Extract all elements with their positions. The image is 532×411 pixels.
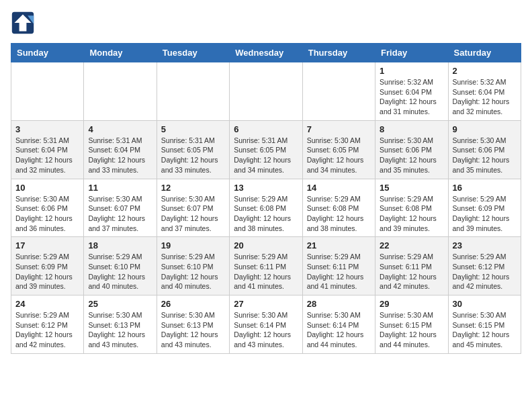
weekday-header-saturday: Saturday xyxy=(448,44,521,62)
day-info: Sunrise: 5:30 AM Sunset: 6:14 PM Dayligh… xyxy=(234,310,298,350)
day-cell: 4Sunrise: 5:31 AM Sunset: 6:04 PM Daylig… xyxy=(84,120,157,179)
day-cell: 10Sunrise: 5:30 AM Sunset: 6:06 PM Dayli… xyxy=(11,179,84,237)
day-number: 13 xyxy=(234,183,298,193)
day-number: 14 xyxy=(307,183,371,193)
day-number: 7 xyxy=(307,124,371,134)
weekday-header-sunday: Sunday xyxy=(11,44,84,62)
day-cell: 24Sunrise: 5:29 AM Sunset: 6:12 PM Dayli… xyxy=(11,295,84,354)
day-number: 20 xyxy=(234,240,298,250)
day-cell: 12Sunrise: 5:30 AM Sunset: 6:07 PM Dayli… xyxy=(157,179,229,237)
logo-icon xyxy=(11,11,35,35)
day-cell: 18Sunrise: 5:29 AM Sunset: 6:10 PM Dayli… xyxy=(84,237,157,295)
day-cell: 26Sunrise: 5:30 AM Sunset: 6:13 PM Dayli… xyxy=(157,295,229,354)
day-cell: 17Sunrise: 5:29 AM Sunset: 6:09 PM Dayli… xyxy=(11,237,84,295)
day-number: 10 xyxy=(15,183,79,193)
day-number: 12 xyxy=(161,183,225,193)
day-cell: 6Sunrise: 5:31 AM Sunset: 6:05 PM Daylig… xyxy=(230,120,302,179)
day-info: Sunrise: 5:30 AM Sunset: 6:06 PM Dayligh… xyxy=(453,136,517,175)
day-cell: 11Sunrise: 5:30 AM Sunset: 6:07 PM Dayli… xyxy=(84,179,157,237)
day-number: 6 xyxy=(234,124,298,134)
day-number: 17 xyxy=(15,240,79,250)
day-info: Sunrise: 5:30 AM Sunset: 6:15 PM Dayligh… xyxy=(453,310,517,350)
day-number: 24 xyxy=(15,299,79,309)
weekday-header-friday: Friday xyxy=(375,44,448,62)
day-number: 16 xyxy=(453,183,517,193)
day-info: Sunrise: 5:30 AM Sunset: 6:14 PM Dayligh… xyxy=(307,310,371,350)
day-cell xyxy=(157,62,229,121)
day-number: 3 xyxy=(15,124,79,134)
week-row-2: 3Sunrise: 5:31 AM Sunset: 6:04 PM Daylig… xyxy=(11,120,521,179)
header xyxy=(11,11,521,35)
day-cell: 19Sunrise: 5:29 AM Sunset: 6:10 PM Dayli… xyxy=(157,237,229,295)
day-number: 22 xyxy=(380,240,443,250)
day-cell: 22Sunrise: 5:29 AM Sunset: 6:11 PM Dayli… xyxy=(375,237,448,295)
day-number: 8 xyxy=(380,124,443,134)
day-info: Sunrise: 5:29 AM Sunset: 6:10 PM Dayligh… xyxy=(161,252,225,291)
day-info: Sunrise: 5:30 AM Sunset: 6:15 PM Dayligh… xyxy=(380,310,443,350)
day-cell: 16Sunrise: 5:29 AM Sunset: 6:09 PM Dayli… xyxy=(448,179,521,237)
week-row-1: 1Sunrise: 5:32 AM Sunset: 6:04 PM Daylig… xyxy=(11,62,521,121)
day-cell: 5Sunrise: 5:31 AM Sunset: 6:05 PM Daylig… xyxy=(157,120,229,179)
day-number: 29 xyxy=(380,299,443,309)
day-info: Sunrise: 5:30 AM Sunset: 6:13 PM Dayligh… xyxy=(88,310,152,350)
day-info: Sunrise: 5:32 AM Sunset: 6:04 PM Dayligh… xyxy=(453,77,517,117)
day-info: Sunrise: 5:30 AM Sunset: 6:06 PM Dayligh… xyxy=(380,136,443,175)
day-info: Sunrise: 5:30 AM Sunset: 6:13 PM Dayligh… xyxy=(161,310,225,350)
day-cell: 14Sunrise: 5:29 AM Sunset: 6:08 PM Dayli… xyxy=(302,179,375,237)
day-info: Sunrise: 5:29 AM Sunset: 6:11 PM Dayligh… xyxy=(380,252,443,291)
day-info: Sunrise: 5:31 AM Sunset: 6:05 PM Dayligh… xyxy=(234,136,298,175)
day-info: Sunrise: 5:30 AM Sunset: 6:05 PM Dayligh… xyxy=(307,136,371,175)
week-row-4: 17Sunrise: 5:29 AM Sunset: 6:09 PM Dayli… xyxy=(11,237,521,295)
day-cell xyxy=(230,62,302,121)
day-number: 26 xyxy=(161,299,225,309)
day-cell: 15Sunrise: 5:29 AM Sunset: 6:08 PM Dayli… xyxy=(375,179,448,237)
day-cell xyxy=(302,62,375,121)
day-cell: 29Sunrise: 5:30 AM Sunset: 6:15 PM Dayli… xyxy=(375,295,448,354)
day-info: Sunrise: 5:30 AM Sunset: 6:06 PM Dayligh… xyxy=(15,194,79,234)
day-number: 28 xyxy=(307,299,371,309)
day-number: 9 xyxy=(453,124,517,134)
day-info: Sunrise: 5:29 AM Sunset: 6:09 PM Dayligh… xyxy=(453,194,517,234)
day-info: Sunrise: 5:30 AM Sunset: 6:07 PM Dayligh… xyxy=(161,194,225,234)
day-info: Sunrise: 5:32 AM Sunset: 6:04 PM Dayligh… xyxy=(380,77,443,117)
day-cell: 27Sunrise: 5:30 AM Sunset: 6:14 PM Dayli… xyxy=(230,295,302,354)
day-cell: 3Sunrise: 5:31 AM Sunset: 6:04 PM Daylig… xyxy=(11,120,84,179)
day-number: 25 xyxy=(88,299,152,309)
day-info: Sunrise: 5:29 AM Sunset: 6:08 PM Dayligh… xyxy=(380,194,443,234)
weekday-header-wednesday: Wednesday xyxy=(230,44,302,62)
day-cell: 9Sunrise: 5:30 AM Sunset: 6:06 PM Daylig… xyxy=(448,120,521,179)
logo xyxy=(11,11,39,35)
day-cell: 20Sunrise: 5:29 AM Sunset: 6:11 PM Dayli… xyxy=(230,237,302,295)
weekday-header-monday: Monday xyxy=(84,44,157,62)
day-cell: 25Sunrise: 5:30 AM Sunset: 6:13 PM Dayli… xyxy=(84,295,157,354)
day-number: 27 xyxy=(234,299,298,309)
day-cell: 30Sunrise: 5:30 AM Sunset: 6:15 PM Dayli… xyxy=(448,295,521,354)
day-cell: 8Sunrise: 5:30 AM Sunset: 6:06 PM Daylig… xyxy=(375,120,448,179)
day-info: Sunrise: 5:30 AM Sunset: 6:07 PM Dayligh… xyxy=(88,194,152,234)
day-info: Sunrise: 5:29 AM Sunset: 6:11 PM Dayligh… xyxy=(234,252,298,291)
day-cell: 7Sunrise: 5:30 AM Sunset: 6:05 PM Daylig… xyxy=(302,120,375,179)
day-info: Sunrise: 5:29 AM Sunset: 6:11 PM Dayligh… xyxy=(307,252,371,291)
day-info: Sunrise: 5:31 AM Sunset: 6:05 PM Dayligh… xyxy=(161,136,225,175)
day-info: Sunrise: 5:31 AM Sunset: 6:04 PM Dayligh… xyxy=(15,136,79,175)
weekday-header-row: SundayMondayTuesdayWednesdayThursdayFrid… xyxy=(11,44,521,62)
day-number: 2 xyxy=(453,66,517,76)
calendar-table: SundayMondayTuesdayWednesdayThursdayFrid… xyxy=(11,43,521,354)
day-number: 1 xyxy=(380,66,443,76)
day-info: Sunrise: 5:29 AM Sunset: 6:12 PM Dayligh… xyxy=(453,252,517,291)
day-cell xyxy=(84,62,157,121)
day-cell: 28Sunrise: 5:30 AM Sunset: 6:14 PM Dayli… xyxy=(302,295,375,354)
day-cell: 23Sunrise: 5:29 AM Sunset: 6:12 PM Dayli… xyxy=(448,237,521,295)
day-cell: 13Sunrise: 5:29 AM Sunset: 6:08 PM Dayli… xyxy=(230,179,302,237)
day-info: Sunrise: 5:29 AM Sunset: 6:12 PM Dayligh… xyxy=(15,310,79,350)
day-info: Sunrise: 5:29 AM Sunset: 6:08 PM Dayligh… xyxy=(234,194,298,234)
day-number: 5 xyxy=(161,124,225,134)
day-cell: 21Sunrise: 5:29 AM Sunset: 6:11 PM Dayli… xyxy=(302,237,375,295)
day-number: 4 xyxy=(88,124,152,134)
weekday-header-tuesday: Tuesday xyxy=(157,44,229,62)
day-cell: 2Sunrise: 5:32 AM Sunset: 6:04 PM Daylig… xyxy=(448,62,521,121)
weekday-header-thursday: Thursday xyxy=(302,44,375,62)
day-number: 19 xyxy=(161,240,225,250)
week-row-5: 24Sunrise: 5:29 AM Sunset: 6:12 PM Dayli… xyxy=(11,295,521,354)
day-number: 18 xyxy=(88,240,152,250)
